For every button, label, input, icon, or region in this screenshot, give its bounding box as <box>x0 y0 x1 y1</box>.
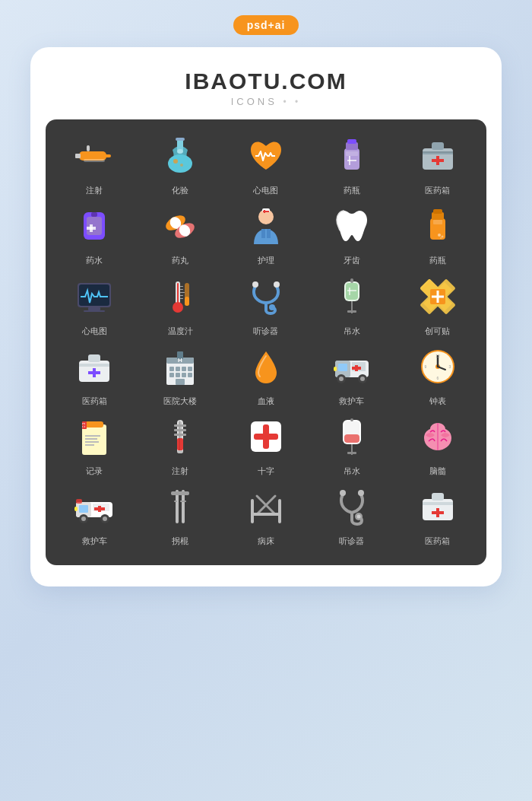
svg-rect-97 <box>176 373 180 377</box>
icon-row-1: 注射 化验 <box>52 132 480 195</box>
dots: • • <box>283 97 302 107</box>
list-item: 吊水 <box>315 412 388 476</box>
svg-rect-111 <box>334 367 337 371</box>
svg-rect-144 <box>344 434 359 443</box>
icon-grid: 注射 化验 <box>46 119 486 565</box>
icon-label: 记录 <box>86 466 103 476</box>
icon-label: 救护车 <box>82 536 107 546</box>
svg-rect-38 <box>267 229 271 238</box>
bed-icon <box>242 482 290 531</box>
ecg-heart-icon <box>242 132 290 180</box>
list-item: H 医院大楼 <box>144 342 217 406</box>
list-item: 注射 <box>58 132 131 195</box>
svg-rect-25 <box>87 217 102 235</box>
svg-rect-164 <box>174 501 177 502</box>
svg-point-10 <box>180 164 183 167</box>
svg-rect-103 <box>338 364 347 371</box>
list-item: 药瓶 <box>401 202 474 265</box>
svg-rect-17 <box>346 151 358 156</box>
brain-icon <box>413 412 462 461</box>
syringe2-icon <box>156 412 204 461</box>
list-item: 医药箱 <box>401 132 474 195</box>
format-badge: psd+ai <box>233 15 299 35</box>
icon-label: 听诊器 <box>253 326 278 336</box>
svg-rect-22 <box>432 159 444 162</box>
svg-rect-95 <box>188 367 192 371</box>
svg-rect-145 <box>350 418 353 421</box>
svg-rect-163 <box>177 491 189 495</box>
stethoscope2-icon <box>328 482 376 531</box>
medicine-bottle2-icon <box>413 202 462 250</box>
list-item: 12 3 6 9 钟表 <box>401 342 474 406</box>
svg-rect-137 <box>174 434 186 436</box>
icon-label: 病床 <box>258 536 274 546</box>
list-item: 血液 <box>230 342 302 406</box>
icon-label: 药丸 <box>172 255 188 265</box>
svg-rect-141 <box>254 434 278 440</box>
svg-rect-49 <box>84 310 105 312</box>
crutches-icon <box>156 482 204 531</box>
list-item: 救护车 <box>315 342 388 406</box>
thermometer-icon <box>156 272 204 321</box>
clock-icon: 12 3 6 9 <box>413 342 462 391</box>
list-item: 记录 <box>58 412 131 476</box>
svg-rect-124 <box>85 438 97 440</box>
list-item: 听诊器 <box>315 482 388 546</box>
svg-point-155 <box>103 517 107 521</box>
svg-rect-93 <box>176 367 180 371</box>
svg-point-106 <box>339 377 344 381</box>
medicine-box-icon <box>70 202 119 250</box>
icon-label: 药瓶 <box>429 255 446 265</box>
icon-label: 吊水 <box>344 326 360 336</box>
bandage-icon <box>413 272 462 321</box>
svg-point-108 <box>360 377 365 381</box>
svg-rect-96 <box>169 373 174 377</box>
list-item: 化验 <box>144 132 217 195</box>
icon-label: 注射 <box>86 185 103 195</box>
svg-rect-157 <box>94 507 105 510</box>
svg-point-153 <box>81 517 86 521</box>
svg-rect-54 <box>180 289 183 290</box>
svg-rect-56 <box>180 295 183 296</box>
svg-rect-84 <box>79 364 109 367</box>
subtitle-text: ICONS <box>231 96 277 107</box>
svg-point-60 <box>269 304 275 310</box>
icon-label: 救护车 <box>339 396 364 406</box>
icon-label: 吊水 <box>344 466 360 476</box>
svg-point-9 <box>173 159 178 164</box>
list-item: 牙齿 <box>315 202 388 265</box>
svg-point-44 <box>441 236 443 238</box>
svg-rect-123 <box>85 435 100 437</box>
svg-rect-99 <box>188 373 192 377</box>
stethoscope-icon <box>242 272 290 321</box>
blood-drop-icon <box>242 342 290 391</box>
icon-label: 化验 <box>172 185 188 195</box>
first-aid-box1-icon <box>413 132 462 180</box>
icon-label: 医药箱 <box>82 396 107 406</box>
icon-label: 心电图 <box>82 326 107 336</box>
cross-icon <box>242 412 290 461</box>
hospital-icon: H <box>156 342 204 391</box>
nurse-icon <box>242 202 290 250</box>
list-item: 十字 <box>230 412 302 476</box>
icon-label: 脑髓 <box>429 466 446 476</box>
list-item: 温度汁 <box>144 272 217 336</box>
svg-text:6: 6 <box>436 376 439 380</box>
svg-rect-41 <box>433 209 442 214</box>
svg-point-138 <box>177 450 183 453</box>
svg-rect-176 <box>423 502 453 505</box>
svg-point-172 <box>356 515 360 519</box>
svg-rect-23 <box>423 151 453 153</box>
icon-row-2: 药水 药丸 <box>52 202 480 265</box>
svg-rect-125 <box>85 441 99 443</box>
svg-rect-110 <box>352 367 361 370</box>
svg-text:3: 3 <box>448 364 451 369</box>
svg-rect-100 <box>176 379 185 385</box>
icon-label: 医药箱 <box>425 536 450 546</box>
iv-bag2-icon <box>328 412 376 461</box>
syringe-icon <box>70 132 119 180</box>
svg-point-61 <box>252 281 258 288</box>
icon-label: 医药箱 <box>425 185 450 195</box>
svg-rect-98 <box>182 373 186 377</box>
svg-rect-150 <box>79 505 88 513</box>
